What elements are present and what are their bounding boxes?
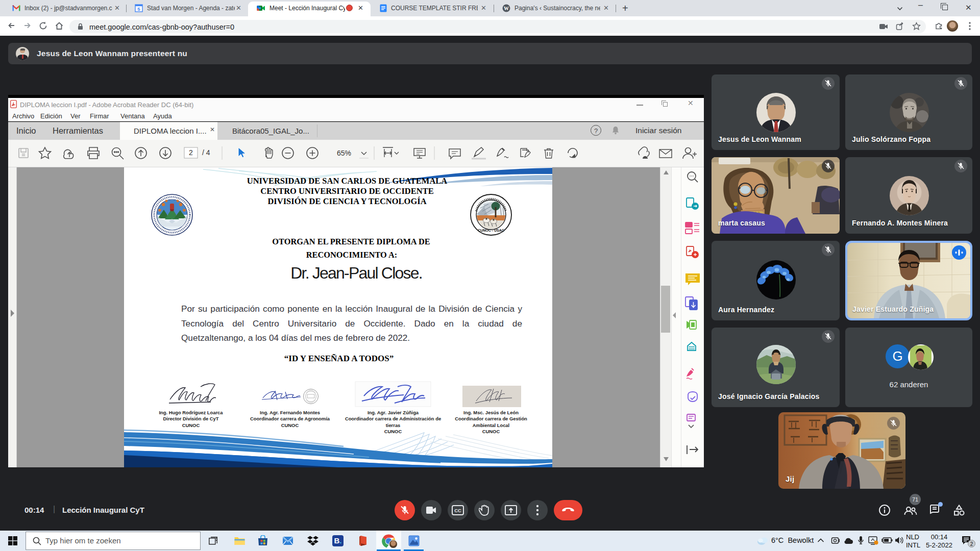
svg-text:5: 5	[137, 6, 140, 12]
svg-text:65%: 65%	[337, 149, 351, 157]
svg-text:CC: CC	[454, 508, 461, 513]
svg-text:CUNOC - USAC: CUNOC - USAC	[478, 229, 504, 232]
svg-text:W: W	[504, 6, 509, 11]
svg-text:2: 2	[189, 148, 193, 157]
svg-text:/ 4: / 4	[202, 148, 210, 157]
